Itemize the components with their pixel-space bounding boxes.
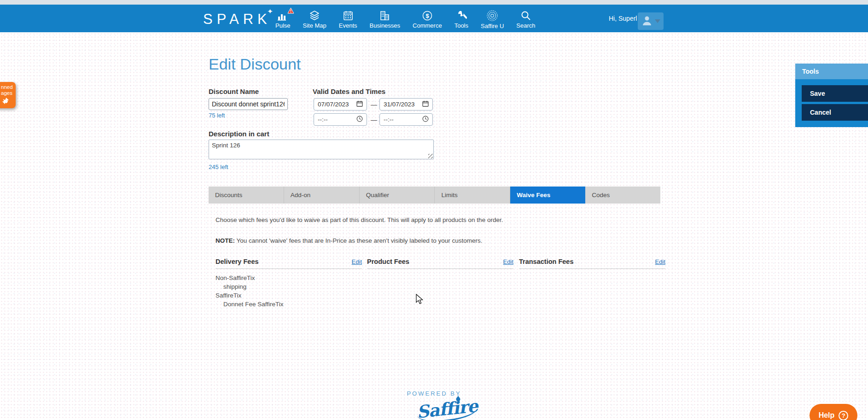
tools-panel: Tools Save Cancel xyxy=(795,64,868,127)
calendar-icon[interactable] xyxy=(356,100,363,108)
delivery-fees-list: Non-SaffireTix shipping SaffireTix Donne… xyxy=(216,274,362,309)
nav-label: Search xyxy=(516,22,535,29)
nav-label: Events xyxy=(339,22,357,29)
spark-logo-text: SPARK xyxy=(203,11,271,27)
time-to-input[interactable]: --:-- xyxy=(379,113,433,126)
question-circle-icon: ? xyxy=(839,411,848,420)
description-textarea[interactable]: Sprint 126 xyxy=(209,140,434,159)
nav-label: Pulse xyxy=(275,22,291,29)
nav-item-pulse[interactable]: Pulse xyxy=(275,8,291,29)
textarea-resize-handle[interactable] xyxy=(428,154,433,158)
discount-name-chars-left: 75 left xyxy=(209,112,225,119)
sitemap-layers-icon xyxy=(309,10,320,21)
discount-name-input[interactable] xyxy=(209,98,288,110)
date-from-input[interactable]: 07/07/2023 xyxy=(314,98,367,111)
saffire-logo[interactable]: Saffire xyxy=(417,399,472,420)
nav-label: Tools xyxy=(454,22,468,29)
events-calendar-icon xyxy=(343,10,354,21)
product-fees-edit-link[interactable]: Edit xyxy=(503,258,513,265)
nav-item-tools[interactable]: Tools xyxy=(454,8,468,29)
nav-label: Saffire U xyxy=(481,23,504,29)
badge-text-line2: ages xyxy=(1,90,16,96)
alert-triangle-icon xyxy=(287,7,294,14)
badge-text-line1: nned xyxy=(1,84,16,90)
nav-label: Site Map xyxy=(303,22,326,29)
product-fees-column: Product Fees Edit xyxy=(367,258,513,269)
date-from-value: 07/07/2023 xyxy=(318,101,349,108)
saffire-logo-text: Saffire xyxy=(416,396,479,420)
app-root: SPARK✦ Pulse Site Map xyxy=(0,0,868,420)
nav-items: Pulse Site Map Events Businesses xyxy=(275,5,536,32)
tab-label: Codes xyxy=(592,192,610,198)
transaction-fees-edit-link[interactable]: Edit xyxy=(655,258,665,265)
help-button[interactable]: Help ? xyxy=(810,404,857,420)
nav-item-search[interactable]: Search xyxy=(516,8,535,29)
valid-dates-label: Valid Dates and Times xyxy=(313,88,385,95)
discount-name-label: Discount Name xyxy=(209,88,259,95)
tab-label: Discounts xyxy=(215,192,242,198)
clock-icon[interactable] xyxy=(422,116,429,123)
powered-by-text: POWERED BY xyxy=(0,390,868,397)
top-nav: SPARK✦ Pulse Site Map xyxy=(0,5,868,32)
spark-logo[interactable]: SPARK✦ xyxy=(203,11,271,28)
product-fees-title: Product Fees xyxy=(367,258,409,265)
time-range-separator: — xyxy=(371,116,377,123)
businesses-buildings-icon xyxy=(379,10,391,21)
clock-icon[interactable] xyxy=(356,116,363,123)
nav-item-businesses[interactable]: Businesses xyxy=(370,8,400,29)
tab-add-on[interactable]: Add-on xyxy=(284,187,360,204)
tab-label: Waive Fees xyxy=(517,192,550,198)
svg-text:$: $ xyxy=(425,12,429,19)
cancel-button[interactable]: Cancel xyxy=(802,104,868,121)
fee-item: shipping xyxy=(216,282,362,291)
nav-label: Businesses xyxy=(370,22,400,29)
saffire-u-seal-icon xyxy=(486,10,498,22)
tab-codes[interactable]: Codes xyxy=(585,187,660,204)
user-person-icon xyxy=(641,15,653,28)
delivery-fees-edit-link[interactable]: Edit xyxy=(352,258,362,265)
nav-label: Commerce xyxy=(413,22,442,29)
transaction-fees-column: Transaction Fees Edit xyxy=(519,258,665,269)
transaction-fees-title: Transaction Fees xyxy=(519,258,573,265)
tab-label: Add-on xyxy=(291,192,311,198)
tools-panel-title: Tools xyxy=(795,64,868,79)
nav-item-saffire-u[interactable]: Saffire U xyxy=(481,8,504,29)
note-label: NOTE: xyxy=(216,237,235,244)
sparkle-icon: ✦ xyxy=(267,7,273,16)
planned-pages-badge[interactable]: nned ages xyxy=(0,82,16,108)
fee-item: Donnet Fee SaffireTix xyxy=(216,300,362,309)
commerce-dollar-icon: $ xyxy=(422,10,433,21)
delivery-fees-title: Delivery Fees xyxy=(216,258,259,265)
nav-item-commerce[interactable]: $ Commerce xyxy=(413,8,442,29)
mouse-cursor xyxy=(416,294,425,307)
waive-intro-text: Choose which fees you'd like to waive as… xyxy=(216,216,503,223)
page-title: Edit Discount xyxy=(209,55,301,73)
tab-label: Limits xyxy=(441,192,457,198)
delivery-fees-column: Delivery Fees Edit Non-SaffireTix shippi… xyxy=(216,258,362,309)
top-strip xyxy=(0,0,868,5)
time-to-value: --:-- xyxy=(384,116,394,123)
tools-panel-body: Save Cancel xyxy=(795,79,868,127)
fee-group: Non-SaffireTix xyxy=(216,274,362,282)
discount-tabs: Discounts Add-on Qualifier Limits Waive … xyxy=(209,187,660,204)
tab-waive-fees[interactable]: Waive Fees xyxy=(510,187,585,204)
time-from-value: --:-- xyxy=(318,116,328,123)
tab-limits[interactable]: Limits xyxy=(435,187,510,204)
waive-note-text: NOTE: You cannot 'waive' fees that are I… xyxy=(216,237,483,244)
save-button[interactable]: Save xyxy=(802,85,868,102)
date-to-input[interactable]: 31/07/2023 xyxy=(379,98,433,111)
search-icon xyxy=(520,10,531,21)
time-from-input[interactable]: --:-- xyxy=(314,113,367,126)
fee-group: SaffireTix xyxy=(216,291,362,300)
description-chars-left: 245 left xyxy=(209,163,228,170)
nav-item-site-map[interactable]: Site Map xyxy=(303,8,326,29)
tab-discounts[interactable]: Discounts xyxy=(209,187,284,204)
date-to-value: 31/07/2023 xyxy=(384,101,415,108)
nav-item-events[interactable]: Events xyxy=(339,8,357,29)
user-greeting: Hi, Superl xyxy=(609,15,637,22)
user-menu-button[interactable] xyxy=(638,12,664,30)
calendar-icon[interactable] xyxy=(422,100,429,108)
pushpin-icon xyxy=(1,100,9,105)
date-range-separator: — xyxy=(371,101,377,108)
tab-qualifier[interactable]: Qualifier xyxy=(360,187,435,204)
